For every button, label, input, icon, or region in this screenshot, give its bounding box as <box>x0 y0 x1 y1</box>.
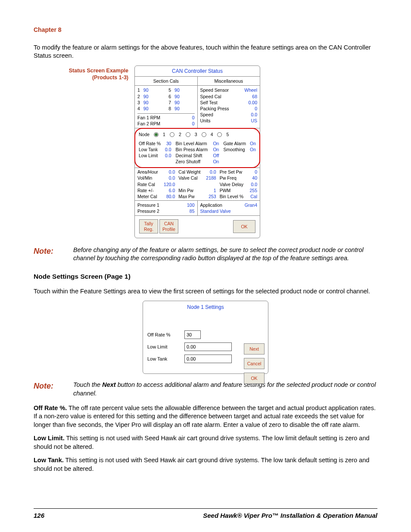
kv-val: 0.0 <box>251 181 257 187</box>
figure1-wrap: Status Screen Example (Products 1-3) CAN… <box>59 65 377 238</box>
figure1-caption: Status Screen Example (Products 1-3) <box>59 67 128 81</box>
sc: 8 <box>168 106 171 112</box>
kv-val: 1 <box>214 187 216 193</box>
sc-v: 90 <box>143 93 149 100</box>
node-num: 4 <box>211 131 213 137</box>
kv-lbl: Zero Shutoff <box>176 159 201 165</box>
kv-lbl: Low Limit <box>139 152 158 159</box>
fan2-val: 0 <box>192 121 195 127</box>
press2-lbl: Pressure 2 <box>137 208 159 214</box>
btn-l2: Reg. <box>144 227 153 232</box>
node-num: 5 <box>226 131 229 137</box>
ok-button[interactable]: OK <box>233 220 255 233</box>
low-limit-label: Low Limit <box>147 344 181 350</box>
kv-val: Cal <box>250 193 257 199</box>
kv-val: 120.0 <box>164 181 175 187</box>
valve-type: Standard Valve <box>200 208 258 214</box>
kv-lbl: Pre Set Pw <box>220 169 243 175</box>
m-lbl: Self Test <box>200 100 218 106</box>
sc-v: 90 <box>143 100 149 106</box>
m-lbl: Speed Sensor <box>200 87 229 93</box>
kv-val: 6.0 <box>169 187 175 193</box>
kv-lbl: Rate +/- <box>137 187 154 193</box>
node-radio-2[interactable] <box>170 132 174 137</box>
intro-paragraph: To modify the feature or alarm settings … <box>34 44 377 60</box>
kv-lbl: Bin Press Alarm <box>176 146 208 152</box>
low-tank-field[interactable]: 0.00 <box>184 355 232 363</box>
m-val: 0.00 <box>249 100 257 106</box>
sc: 7 <box>168 100 171 106</box>
cancel-button[interactable]: Cancel <box>244 358 265 369</box>
press1-val: 100 <box>187 202 195 208</box>
press2-val: 85 <box>190 208 195 214</box>
kv-lbl: Cal Weight <box>178 169 200 175</box>
kv-val: 0.0 <box>210 169 216 175</box>
section-intro: Touch within the Feature Settings area t… <box>34 287 377 296</box>
app-lbl: Application <box>200 202 222 208</box>
feature-settings-area[interactable]: Node 1 2 3 4 5 Off Rate %30 Low Tank0.0 … <box>134 128 260 168</box>
press1-lbl: Pressure 1 <box>137 202 159 208</box>
node-radio-5[interactable] <box>217 132 222 137</box>
kv-val: 0.0 <box>165 152 171 159</box>
next-button[interactable]: Next <box>244 343 265 355</box>
kv-lbl: Min Pw <box>178 187 193 193</box>
kv-val: 255 <box>249 187 257 193</box>
off-rate-heading: Off Rate %. <box>34 404 67 411</box>
tally-reg-button[interactable]: Tally Reg. <box>139 219 158 233</box>
kv-val: On <box>250 146 256 152</box>
can-profile-button[interactable]: CAN Profile <box>159 219 178 233</box>
node-radio-1[interactable] <box>154 132 159 137</box>
sc-v: 90 <box>143 106 149 112</box>
can-headers: Section Cals Miscellaneous <box>135 77 260 86</box>
node-radio-3[interactable] <box>186 132 190 137</box>
btn-l2: Profile <box>162 227 175 232</box>
m-val: Wheel <box>244 87 257 93</box>
figure1-caption-l1: Status Screen Example <box>69 68 128 74</box>
sc: 3 <box>137 100 140 106</box>
kv-val: 30 <box>166 140 171 146</box>
kv-val: 0.0 <box>165 146 171 152</box>
note1-text: Before changing any of the feature or al… <box>73 246 377 263</box>
kv-lbl: Low Tank <box>139 146 158 152</box>
footer-title: Seed Hawk® Viper Pro™ Installation & Ope… <box>203 511 377 520</box>
note2-bold: Next <box>102 381 115 388</box>
page-footer: 126 Seed Hawk® Viper Pro™ Installation &… <box>34 508 377 520</box>
m-lbl: Packing Press <box>200 106 229 112</box>
sc-v: 90 <box>174 100 180 106</box>
low-limit-paragraph: Low Limit. This setting is not used with… <box>34 434 377 451</box>
kv-val: 80.0 <box>166 193 175 199</box>
section-cals-body: 190 290 390 490 590 690 790 890 <box>135 86 197 128</box>
node-num: 2 <box>179 131 181 137</box>
kv-val: Off <box>213 152 219 159</box>
kv-lbl: Vol/Min <box>137 175 152 181</box>
can-status-panel[interactable]: CAN Controller Status Section Cals Misce… <box>134 65 260 238</box>
footer-page-number: 126 <box>34 511 44 520</box>
low-limit-heading: Low Limit. <box>34 435 65 442</box>
node-radio-4[interactable] <box>202 132 206 137</box>
node1-settings-panel[interactable]: Node 1 Settings Off Rate % 30 Low Limit … <box>143 301 268 374</box>
low-tank-label: Low Tank <box>147 356 181 362</box>
note2-label: Note: <box>34 381 63 391</box>
sc: 1 <box>137 87 140 93</box>
note2-text: Touch the Next button to access addition… <box>73 381 377 398</box>
off-rate-paragraph: Off Rate %. The off rate percent value s… <box>34 404 377 429</box>
kv-lbl: Area/Hour <box>137 169 158 175</box>
kv-lbl: Valve Cal <box>178 175 197 181</box>
kv-lbl: Pw Freq <box>220 175 237 181</box>
ok-button-2[interactable]: OK <box>244 373 265 384</box>
m-val: 0 <box>255 106 257 112</box>
kv-val: On <box>213 146 219 152</box>
sc: 4 <box>137 106 140 112</box>
kv-lbl: Off Rate % <box>139 140 161 146</box>
section-heading: Node Settings Screen (Page 1) <box>34 272 377 281</box>
can-title: CAN Controller Status <box>135 66 260 77</box>
kv-lbl: PWM <box>220 187 231 193</box>
node-radio-row: Node 1 2 3 4 5 <box>139 131 256 137</box>
sc-v: 90 <box>174 106 180 112</box>
kv-val: On <box>213 140 219 146</box>
off-rate-field[interactable]: 30 <box>184 330 201 339</box>
low-limit-body: This setting is not used with Seed Hawk … <box>34 435 370 450</box>
kv-val: 253 <box>209 193 216 199</box>
figure1-caption-l2: (Products 1-3) <box>92 75 128 81</box>
low-limit-field[interactable]: 0.00 <box>184 342 232 351</box>
